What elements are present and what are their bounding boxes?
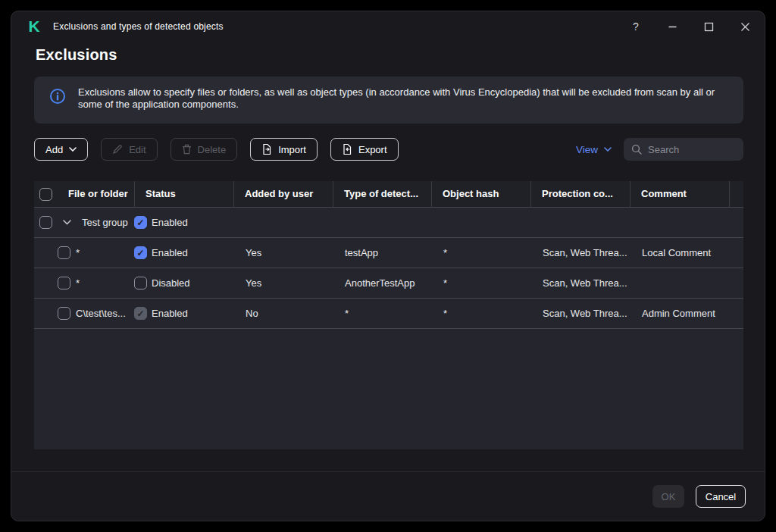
toolbar: Add Edit Delete Im	[34, 138, 743, 161]
status-label: Enabled	[152, 208, 188, 237]
footer-divider	[11, 471, 765, 472]
window-title: Exclusions and types of detected objects	[53, 21, 224, 32]
status-label: Enabled	[152, 299, 188, 328]
status-checkbox[interactable]	[134, 277, 147, 289]
type-value: *	[333, 299, 431, 328]
column-header-file[interactable]: File or folder	[58, 181, 134, 207]
import-button[interactable]: Import	[250, 138, 318, 161]
hash-value: *	[431, 238, 530, 268]
hash-value: *	[431, 268, 530, 298]
comment-value	[630, 268, 729, 298]
table-empty-area	[34, 328, 743, 449]
type-value: AnotherTestApp	[333, 268, 431, 298]
type-value: testApp	[333, 238, 431, 268]
delete-button[interactable]: Delete	[171, 138, 238, 161]
column-header-comment[interactable]: Comment	[630, 181, 729, 207]
status-checkbox[interactable]	[134, 216, 147, 229]
search-input[interactable]	[648, 144, 731, 155]
status-label: Disabled	[152, 268, 190, 298]
table-header: File or folder Status Added by user Type…	[34, 181, 743, 207]
file-value: *	[76, 238, 80, 268]
table-row-group[interactable]: Test group Enabled	[34, 207, 743, 237]
column-header-status[interactable]: Status	[134, 181, 233, 207]
export-button[interactable]: Export	[330, 138, 399, 161]
protection-value: Scan, Web Threa...	[530, 268, 630, 298]
export-file-icon	[342, 143, 352, 155]
added-by-user-value: Yes	[233, 238, 333, 268]
group-name: Test group	[82, 208, 128, 237]
table-row[interactable]: * Disabled Yes AnotherTestApp * Scan, We…	[34, 268, 743, 298]
column-header-type[interactable]: Type of detect...	[333, 181, 431, 207]
column-header-added[interactable]: Added by user	[233, 181, 333, 207]
kaspersky-logo-icon: K	[25, 17, 43, 36]
title-bar: K Exclusions and types of detected objec…	[11, 11, 765, 42]
import-file-icon	[261, 143, 272, 155]
comment-value: Local Comment	[630, 238, 729, 268]
ok-button[interactable]: OK	[652, 485, 684, 508]
table-row[interactable]: C\test\tes... Enabled No * * Scan, Web T…	[34, 298, 743, 328]
row-checkbox[interactable]	[58, 277, 70, 289]
added-by-user-value: Yes	[233, 268, 333, 298]
row-checkbox[interactable]	[39, 216, 52, 229]
info-banner: Exclusions allow to specify files or fol…	[34, 77, 743, 124]
column-header-spacer	[729, 181, 743, 207]
column-header-hash[interactable]: Object hash	[431, 181, 530, 207]
app-window: K Exclusions and types of detected objec…	[11, 11, 765, 521]
added-by-user-value: No	[233, 299, 333, 328]
add-button[interactable]: Add	[34, 138, 88, 161]
protection-value: Scan, Web Threa...	[530, 238, 630, 268]
status-checkbox[interactable]	[134, 246, 147, 259]
exclusions-table: File or folder Status Added by user Type…	[34, 181, 743, 449]
search-icon	[631, 144, 642, 155]
edit-button[interactable]: Edit	[101, 138, 157, 161]
page-title: Exclusions	[36, 46, 117, 64]
minimize-button[interactable]	[659, 15, 685, 38]
maximize-button[interactable]	[696, 15, 721, 38]
pencil-icon	[112, 144, 123, 155]
chevron-down-icon	[69, 147, 77, 152]
window-controls: ?	[612, 15, 758, 38]
banner-text: Exclusions allow to specify files or fol…	[78, 86, 725, 111]
cancel-button[interactable]: Cancel	[696, 485, 746, 508]
row-checkbox[interactable]	[58, 246, 70, 259]
status-label: Enabled	[152, 238, 188, 268]
file-value: C\test\tes...	[76, 299, 126, 328]
info-icon	[49, 88, 66, 108]
status-checkbox	[134, 307, 147, 320]
comment-value: Admin Comment	[630, 299, 729, 328]
view-dropdown[interactable]: View	[576, 144, 612, 155]
hash-value: *	[431, 299, 530, 328]
file-value: *	[76, 268, 80, 298]
close-button[interactable]	[732, 15, 758, 38]
help-button[interactable]: ?	[623, 15, 649, 38]
chevron-down-icon	[604, 147, 612, 152]
search-box[interactable]	[624, 138, 743, 161]
protection-value: Scan, Web Threa...	[530, 299, 630, 328]
table-row[interactable]: * Enabled Yes testApp * Scan, Web Threa.…	[34, 237, 743, 268]
select-all-checkbox[interactable]	[39, 188, 52, 201]
column-header-protection[interactable]: Protection co...	[530, 181, 630, 207]
row-checkbox[interactable]	[58, 307, 70, 320]
trash-icon	[182, 144, 192, 155]
expand-chevron-icon[interactable]	[63, 220, 71, 225]
